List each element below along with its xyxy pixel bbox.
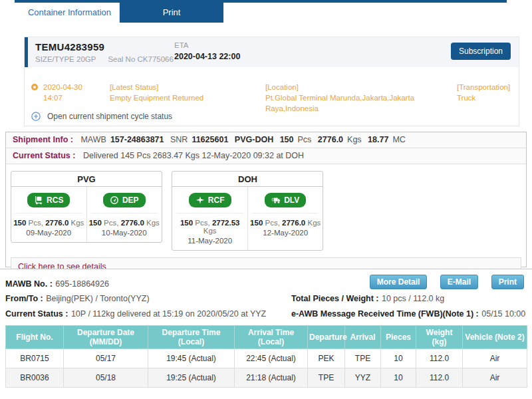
- awb-current-status-value: 10P / 112kg delivered at 15:19 on 2020/0…: [71, 309, 266, 319]
- open-cycle-status-link[interactable]: Open current shipment cycle status: [25, 111, 519, 123]
- col-weight: Weight (kg): [416, 326, 463, 349]
- cell-departure: PEK: [308, 349, 345, 368]
- shipment-tracking-page: Container Information Print TEMU4283959 …: [0, 0, 532, 399]
- subscription-button[interactable]: Subscription: [451, 43, 511, 60]
- total-volume: 18.77: [368, 135, 388, 144]
- timeline-dot-icon: [31, 84, 38, 90]
- rcf-badge: RCF: [189, 193, 231, 207]
- dep-pieces-unit: Pcs,: [104, 219, 118, 227]
- flights-header-row: Flight No. Departure Date (MM/DD) Depart…: [6, 326, 527, 349]
- dlv-pieces-unit: Pcs,: [265, 219, 280, 227]
- rcs-date: 09-May-2020: [11, 229, 86, 237]
- mawb-no-value: 695-18864926: [55, 279, 109, 289]
- cell-arrival: YYZ: [345, 368, 381, 388]
- rcs-badge: RCS: [27, 193, 70, 207]
- total-pieces-weight-value: 10 pcs / 112.0 kg: [382, 294, 444, 303]
- latest-status-label: [Latest Status]: [110, 82, 263, 92]
- cell-pieces: 10: [381, 368, 416, 388]
- total-weight: 2776.0: [318, 135, 343, 144]
- rcs-code: RCS: [47, 196, 63, 205]
- timeline-location: [Location] Pt.Global Terminal Marunda,Ja…: [265, 82, 455, 114]
- container-size-type: SIZE/TYPE 20GP: [35, 55, 96, 63]
- col-vehicle: Vehicle (Note 2): [463, 326, 527, 349]
- air-shipment-panel: Shipment Info : MAWB157-24863871 SNR1162…: [5, 132, 527, 267]
- mawb-number: 157-24863871: [110, 135, 164, 144]
- col-arrival: Arrival: [345, 326, 381, 349]
- container-id-block: TEMU4283959 SIZE/TYPE 20GPSeal No CK7750…: [35, 41, 186, 63]
- flights-table: Flight No. Departure Date (MM/DD) Depart…: [5, 325, 527, 388]
- volume-unit: MC: [392, 135, 405, 144]
- timeline-transportation: [Transportation] Truck: [457, 82, 518, 103]
- eta-label: ETA: [174, 41, 240, 49]
- dep-badge: DEP: [103, 193, 146, 207]
- print-button[interactable]: Print: [491, 275, 524, 289]
- current-status-label: Current Status :: [13, 151, 75, 160]
- milestone-box-origin: PVG RCS: [11, 171, 162, 243]
- col-departure: Departure: [308, 326, 345, 349]
- aircraft-icon: [196, 196, 205, 205]
- total-pieces-weight-label: Total Pieces / Weight :: [291, 294, 379, 303]
- mawb-no-label: MAWB No. :: [5, 279, 53, 289]
- rcf-code: RCF: [208, 196, 225, 205]
- cell-weight: 112.0: [416, 368, 463, 388]
- cell-flight-no: BR0715: [6, 349, 64, 368]
- pieces-unit: Pcs: [298, 135, 312, 144]
- dlv-badge: DLV: [265, 193, 306, 207]
- delivery-truck-icon: [271, 196, 281, 205]
- col-arrival-time: Arrival Time (Local): [235, 326, 308, 349]
- destination-airport-code: DOH: [172, 172, 323, 187]
- timeline-datetime: 2020-04-30 14:07: [43, 82, 106, 103]
- hand-truck-icon: [34, 196, 43, 205]
- tab-print[interactable]: Print: [120, 3, 223, 23]
- dep-code: DEP: [122, 196, 139, 205]
- col-pieces: Pieces: [381, 326, 416, 349]
- snr-number: 11625601: [192, 135, 228, 144]
- total-pieces: 150: [280, 135, 294, 144]
- milestone-event-rcf: RCF 150 Pcs, 2772.53 Kgs 11-May-2020: [172, 187, 247, 250]
- more-detail-button[interactable]: More Detail: [370, 275, 428, 289]
- transportation-value: Truck: [457, 92, 518, 103]
- expand-plus-icon: [31, 112, 41, 121]
- rcs-weight: 2776.0: [45, 219, 68, 227]
- shipment-status-row: Current Status : Delivered 145 Pcs 2683.…: [6, 148, 526, 164]
- cell-vehicle: Air: [463, 349, 527, 368]
- rcf-pieces: 150: [180, 219, 193, 227]
- latest-status-value: Empty Equipment Returned: [110, 92, 263, 103]
- weight-unit: Kgs: [347, 135, 362, 144]
- transportation-label: [Transportation]: [457, 82, 518, 92]
- rcs-weight-unit: Kgs: [71, 219, 84, 227]
- cell-vehicle: Air: [463, 368, 527, 388]
- cell-arrival-time: 21:18 (Actual): [235, 368, 308, 388]
- eawb-value: 05/15 10:00: [481, 309, 525, 319]
- container-number: TEMU4283959: [35, 41, 186, 53]
- cell-departure-time: 19:45 (Actual): [148, 349, 235, 368]
- flight-row-2: BR0036 05/18 19:25 (Actual) 21:18 (Actua…: [6, 368, 527, 388]
- col-departure-time: Departure Time (Local): [148, 326, 235, 349]
- dlv-date: 12-May-2020: [248, 229, 323, 237]
- awb-status-row: Current Status : 10P / 112kg delivered a…: [5, 305, 527, 321]
- cell-departure-time: 19:25 (Actual): [148, 368, 235, 388]
- cell-weight: 112.0: [416, 349, 463, 368]
- email-button[interactable]: E-Mail: [440, 275, 478, 289]
- timeline-time: 14:07: [43, 92, 106, 103]
- cell-departure: TPE: [308, 368, 345, 388]
- departure-icon: [110, 196, 119, 205]
- milestone-box-destination: DOH RCF 150 Pcs, 2772.53 Kgs 11: [172, 171, 323, 251]
- container-seal-no: Seal No CK775066: [108, 55, 173, 63]
- shipment-info-label: Shipment Info :: [13, 135, 73, 144]
- milestone-event-rcs: RCS 150 Pcs, 2776.0 Kgs 09-May-2020: [11, 187, 86, 242]
- mawb-row: MAWB No. : 695-18864926 More Detail E-Ma…: [5, 269, 527, 291]
- location-label: [Location]: [265, 82, 455, 92]
- cell-departure-date: 05/18: [64, 368, 148, 388]
- rcs-pieces-unit: Pcs,: [29, 219, 43, 227]
- dlv-weight: 2776.0: [282, 219, 305, 227]
- eawb-label: e-AWB Message Received Time (FWB)(Note 1…: [291, 309, 479, 319]
- awb-current-status-label: Current Status :: [5, 309, 68, 319]
- eta-block: ETA 2020-04-13 22:00: [174, 41, 240, 61]
- tab-container-information[interactable]: Container Information: [20, 3, 120, 23]
- mawb-label: MAWB: [80, 135, 106, 144]
- col-flight-no: Flight No.: [6, 326, 64, 349]
- route: PVG-DOH: [235, 135, 273, 144]
- rcf-pieces-unit: Pcs,: [195, 219, 209, 227]
- dlv-pieces: 150: [250, 219, 263, 227]
